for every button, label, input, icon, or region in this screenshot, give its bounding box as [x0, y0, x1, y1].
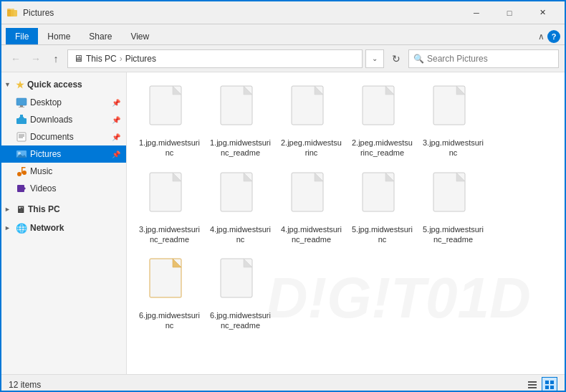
ribbon-tabs: File Home Share View ∧ ? [1, 24, 565, 44]
main-layout: ▼ ★ Quick access Desktop 📌 Downloads 📌 [1, 72, 565, 374]
tab-file[interactable]: File [6, 28, 38, 44]
svg-rect-59 [528, 381, 537, 383]
refresh-button[interactable]: ↻ [387, 49, 406, 68]
file-item-11[interactable]: 6.jpg.midwestsurinc [135, 254, 203, 335]
file-icon-4 [361, 85, 404, 135]
file-grid: 1.jpg.midwestsurinc 1.jpg.midwestsurinc_… [135, 81, 556, 335]
this-pc-label: This PC [28, 204, 60, 214]
file-name-10: 5.jpg.midwestsurinc_readme [423, 224, 484, 245]
file-item-4[interactable]: 2.jpeg.midwestsurinc_readme [348, 81, 416, 162]
sidebar-item-videos[interactable]: Videos [1, 180, 126, 197]
videos-label: Videos [30, 183, 56, 193]
svg-marker-22 [24, 187, 26, 190]
status-bar: 12 items [1, 374, 565, 392]
status-item-count: 12 items [9, 380, 41, 390]
sidebar-item-downloads[interactable]: Downloads 📌 [1, 111, 126, 128]
minimize-button[interactable]: ─ [460, 1, 493, 24]
quick-access-chevron: ▼ [4, 81, 13, 88]
file-icon-3 [290, 85, 333, 135]
content-area: D!G!T01D 1.jpg.midwestsurinc [127, 72, 565, 374]
sidebar-quick-access[interactable]: ▼ ★ Quick access [1, 75, 126, 94]
close-button[interactable]: ✕ [526, 1, 559, 24]
maximize-button[interactable]: □ [493, 1, 526, 24]
file-icon-5 [432, 85, 475, 135]
window-title: Pictures [23, 8, 54, 18]
file-item-2[interactable]: 1.jpg.midwestsurinc_readme [206, 81, 274, 162]
sidebar-this-pc[interactable]: ► 🖥 This PC [1, 200, 126, 219]
file-item-9[interactable]: 5.jpg.midwestsurinc [348, 168, 416, 249]
documents-icon [16, 131, 27, 143]
svg-rect-5 [20, 105, 23, 107]
file-name-3: 2.jpeg.midwestsurinc [281, 138, 342, 158]
svg-rect-20 [21, 167, 26, 168]
file-icon-10 [432, 171, 475, 221]
sidebar-item-documents[interactable]: Documents 📌 [1, 128, 126, 145]
ribbon-collapse-icon[interactable]: ∧ [538, 32, 545, 42]
file-item-8[interactable]: 4.jpg.midwestsurinc_readme [277, 168, 345, 249]
view-list-button[interactable] [524, 377, 540, 393]
pictures-label: Pictures [30, 149, 61, 159]
videos-icon [16, 183, 27, 194]
svg-rect-9 [20, 115, 23, 118]
file-name-2: 1.jpg.midwestsurinc_readme [210, 138, 271, 158]
file-item-6[interactable]: 3.jpg.midwestsurinc_readme [135, 168, 203, 249]
pictures-icon [16, 148, 27, 160]
sidebar-network[interactable]: ► 🌐 Network [1, 219, 126, 237]
back-button[interactable]: ← [7, 50, 24, 67]
downloads-icon [16, 114, 27, 125]
file-item-12[interactable]: 6.jpg.midwestsurinc_readme [206, 254, 274, 335]
svg-rect-7 [16, 118, 27, 124]
forward-button[interactable]: → [27, 50, 44, 67]
file-icon-11 [148, 257, 191, 307]
file-name-11: 6.jpg.midwestsurinc [139, 310, 200, 331]
network-icon: 🌐 [16, 223, 27, 234]
tab-view[interactable]: View [121, 28, 158, 44]
file-icon-9 [361, 171, 404, 221]
file-item-7[interactable]: 4.jpg.midwestsurinc [206, 168, 274, 249]
network-chevron: ► [4, 224, 13, 231]
sidebar: ▼ ★ Quick access Desktop 📌 Downloads 📌 [1, 72, 127, 374]
address-path[interactable]: 🖥 This PC › Pictures [67, 49, 363, 68]
address-sep1: › [120, 54, 123, 64]
address-pictures: Pictures [125, 54, 156, 64]
svg-rect-4 [16, 98, 27, 105]
svg-rect-65 [550, 386, 554, 389]
search-input[interactable] [427, 54, 554, 64]
file-name-12: 6.jpg.midwestsurinc_readme [210, 310, 271, 331]
sidebar-item-music[interactable]: Music [1, 163, 126, 180]
tab-home[interactable]: Home [38, 28, 80, 44]
file-item-5[interactable]: 3.jpg.midwestsurinc [419, 81, 487, 162]
svg-point-17 [17, 172, 21, 176]
search-box[interactable]: 🔍 [408, 49, 559, 68]
file-icon-12 [219, 257, 262, 307]
svg-rect-2 [11, 10, 17, 16]
sidebar-item-pictures[interactable]: Pictures 📌 [1, 145, 126, 163]
address-bar: ← → ↑ 🖥 This PC › Pictures ⌄ ↻ 🔍 [1, 45, 565, 72]
file-icon-2 [219, 85, 262, 135]
tab-share[interactable]: Share [80, 28, 121, 44]
view-tiles-button[interactable] [542, 377, 557, 393]
quick-access-label: Quick access [27, 80, 82, 90]
address-dropdown[interactable]: ⌄ [365, 49, 384, 68]
file-item-10[interactable]: 5.jpg.midwestsurinc_readme [419, 168, 487, 249]
sidebar-item-desktop[interactable]: Desktop 📌 [1, 94, 126, 111]
this-pc-icon2: 🖥 [16, 204, 25, 215]
quick-access-star-icon: ★ [16, 80, 24, 90]
svg-rect-64 [545, 386, 549, 389]
file-name-7: 4.jpg.midwestsurinc [210, 224, 271, 245]
svg-rect-63 [550, 381, 554, 384]
svg-rect-6 [19, 107, 24, 107]
file-item-1[interactable]: 1.jpg.midwestsurinc [135, 81, 203, 162]
help-icon[interactable]: ? [547, 30, 560, 43]
ribbon: File Home Share View ∧ ? [1, 24, 565, 45]
pictures-pin-icon: 📌 [112, 150, 120, 158]
file-name-6: 3.jpg.midwestsurinc_readme [139, 224, 200, 245]
file-name-5: 3.jpg.midwestsurinc [423, 138, 484, 158]
up-button[interactable]: ↑ [47, 50, 64, 67]
file-item-3[interactable]: 2.jpeg.midwestsurinc [277, 81, 345, 162]
music-label: Music [30, 166, 52, 176]
desktop-icon [16, 97, 27, 108]
svg-rect-21 [17, 185, 24, 192]
desktop-pin-icon: 📌 [112, 99, 120, 107]
svg-rect-61 [528, 387, 537, 388]
